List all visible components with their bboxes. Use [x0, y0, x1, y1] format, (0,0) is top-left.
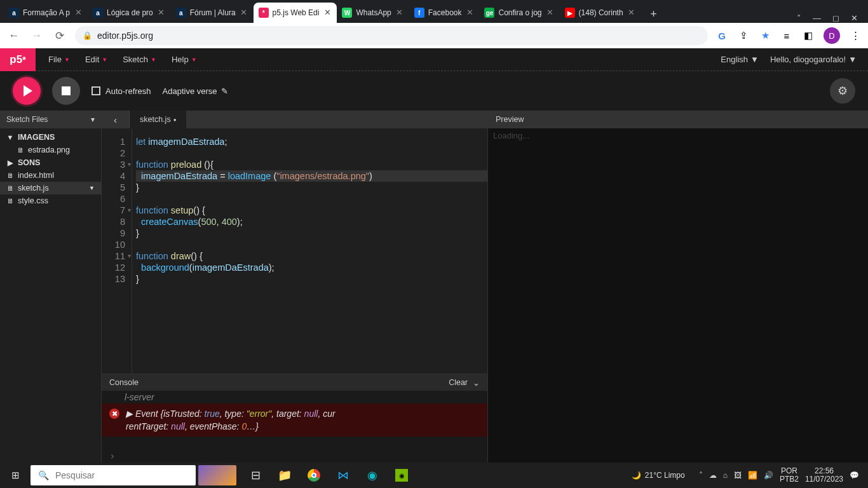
- search-icon: 🔍: [38, 470, 49, 480]
- menu-help[interactable]: Help ▼: [165, 51, 203, 68]
- battery-icon[interactable]: 🖾: [734, 471, 742, 480]
- bookmark-icon[interactable]: ★: [759, 29, 771, 42]
- checkbox-icon: [92, 86, 100, 95]
- p5-logo[interactable]: p5*: [0, 48, 36, 71]
- favicon: ge: [484, 8, 494, 18]
- file-tab-sketch[interactable]: sketch.js●: [130, 111, 186, 128]
- close-tab-icon[interactable]: ✕: [323, 8, 332, 17]
- browser-tab[interactable]: aFórum | Alura✕: [171, 3, 254, 23]
- file-item[interactable]: 🗎sketch.js▼: [0, 182, 101, 194]
- console-input[interactable]: ›: [102, 449, 487, 463]
- browser-tab[interactable]: geConfira o jog✕: [479, 3, 559, 23]
- close-tab-icon[interactable]: ✕: [395, 8, 404, 17]
- nvidia-icon[interactable]: ◉: [388, 463, 416, 488]
- notification-icon[interactable]: 💬: [850, 471, 859, 480]
- start-button[interactable]: ⊞: [0, 463, 31, 488]
- chrome-icon[interactable]: [300, 463, 328, 488]
- back-button[interactable]: ←: [6, 28, 22, 43]
- p5-header: p5* File ▼Edit ▼Sketch ▼Help ▼ English▼ …: [0, 48, 868, 71]
- favicon: a: [93, 8, 103, 18]
- code-body[interactable]: let imagemDaEstrada;function preload (){…: [132, 128, 487, 374]
- language-indicator[interactable]: PORPTB2: [780, 467, 799, 484]
- stop-button[interactable]: [52, 77, 80, 105]
- onedrive-icon[interactable]: ☁: [709, 471, 717, 480]
- maximize-icon[interactable]: ◻: [832, 13, 839, 23]
- window-controls: ˅—◻✕: [797, 13, 868, 23]
- auto-refresh-checkbox[interactable]: Auto-refresh: [92, 86, 151, 96]
- menu-file[interactable]: File ▼: [42, 51, 76, 68]
- kebab-menu-icon[interactable]: ⋮: [849, 29, 862, 42]
- clear-console-button[interactable]: Clear: [449, 378, 468, 387]
- console-collapse-icon[interactable]: ⌄: [473, 378, 480, 388]
- profile-avatar[interactable]: D: [824, 27, 840, 44]
- menu-bar: File ▼Edit ▼Sketch ▼Help ▼: [42, 51, 203, 68]
- share-icon[interactable]: ⇪: [737, 29, 750, 42]
- address-bar: ← → ⟳ 🔒 editor.p5js.org G ⇪ ★ ≡ ◧ D ⋮: [0, 23, 868, 48]
- browser-tab[interactable]: ▶(148) Corinth✕: [560, 3, 641, 23]
- tab-label: Lógica de pro: [107, 8, 153, 17]
- browser-tab[interactable]: WWhatsApp✕: [337, 3, 409, 23]
- edge-icon[interactable]: ◉: [358, 463, 386, 488]
- cloud-icon[interactable]: ⌂: [723, 471, 728, 480]
- folder-item[interactable]: ▶SONS: [0, 156, 101, 169]
- folder-item[interactable]: ▼IMAGENS: [0, 131, 101, 144]
- toolbar: Auto-refresh Adaptive verse ✎ ⚙: [0, 71, 868, 111]
- line-gutter: 12345678910111213: [102, 128, 132, 374]
- header-right: English▼ Hello, diogogarofalo!▼: [721, 55, 868, 64]
- settings-button[interactable]: ⚙: [830, 78, 855, 104]
- console-error-row: ✖ ▶ Event {isTrusted: true, type: "error…: [102, 403, 487, 437]
- favicon: a: [176, 8, 186, 18]
- sidebar-menu-icon[interactable]: ▾: [91, 115, 95, 124]
- tray-chevron-icon[interactable]: ˄: [699, 471, 703, 480]
- sidepanel-icon[interactable]: ◧: [802, 29, 815, 42]
- google-icon[interactable]: G: [715, 29, 728, 42]
- new-tab-button[interactable]: +: [645, 5, 663, 23]
- menu-sketch[interactable]: Sketch ▼: [116, 51, 163, 68]
- file-item[interactable]: 🗎style.css: [0, 194, 101, 207]
- reload-button[interactable]: ⟳: [52, 28, 67, 43]
- close-tab-icon[interactable]: ✕: [546, 8, 555, 17]
- file-item[interactable]: 🗎estrada.png: [0, 144, 101, 156]
- file-sidebar: Sketch Files ▾ ▼IMAGENS🗎estrada.png▶SONS…: [0, 111, 102, 463]
- explorer-icon[interactable]: 📁: [271, 463, 299, 488]
- browser-tab[interactable]: aLógica de pro✕: [88, 3, 171, 23]
- wifi-icon[interactable]: 📶: [748, 471, 757, 480]
- console-body[interactable]: l-server ✖ ▶ Event {isTrusted: true, typ…: [102, 391, 487, 449]
- news-widget[interactable]: [198, 465, 236, 485]
- sketch-name[interactable]: Adaptive verse ✎: [163, 86, 228, 96]
- minimize-icon[interactable]: —: [813, 13, 821, 23]
- forward-button[interactable]: →: [29, 28, 44, 43]
- tab-label: Formação A p: [23, 8, 70, 17]
- user-menu[interactable]: Hello, diogogarofalo!▼: [770, 55, 857, 64]
- browser-tab[interactable]: aFormação A p✕: [4, 3, 88, 23]
- close-tab-icon[interactable]: ✕: [240, 8, 248, 17]
- close-tab-icon[interactable]: ✕: [627, 8, 636, 17]
- tab-label: p5.js Web Edi: [273, 8, 320, 17]
- close-tab-icon[interactable]: ✕: [74, 8, 83, 17]
- file-item[interactable]: 🗎index.html: [0, 169, 101, 182]
- close-icon[interactable]: ✕: [851, 13, 858, 23]
- taskbar-search[interactable]: 🔍 Pesquisar: [31, 465, 196, 485]
- browser-chrome: aFormação A p✕aLógica de pro✕aFórum | Al…: [0, 0, 868, 48]
- close-tab-icon[interactable]: ✕: [157, 8, 166, 17]
- language-menu[interactable]: English▼: [721, 55, 759, 64]
- browser-tab[interactable]: fFacebook✕: [409, 3, 480, 23]
- vscode-icon[interactable]: ⋈: [329, 463, 357, 488]
- tab-strip: aFormação A p✕aLógica de pro✕aFórum | Al…: [0, 0, 868, 23]
- file-menu-icon[interactable]: ▼: [89, 185, 95, 191]
- play-button[interactable]: [13, 77, 41, 105]
- collapse-sidebar-button[interactable]: ‹: [102, 111, 130, 128]
- caret-down-icon[interactable]: ˅: [797, 13, 801, 23]
- favicon: ▶: [565, 8, 575, 18]
- weather-widget[interactable]: 🌙 21°C Limpo: [632, 471, 685, 480]
- close-tab-icon[interactable]: ✕: [465, 8, 474, 17]
- speaker-icon[interactable]: 🔊: [764, 471, 773, 480]
- reading-list-icon[interactable]: ≡: [780, 29, 793, 42]
- omnibox[interactable]: 🔒 editor.p5js.org: [75, 26, 708, 45]
- browser-tab[interactable]: *p5.js Web Edi✕: [254, 3, 337, 23]
- file-tree: ▼IMAGENS🗎estrada.png▶SONS🗎index.html🗎ske…: [0, 128, 101, 463]
- menu-edit[interactable]: Edit ▼: [79, 51, 114, 68]
- clock[interactable]: 22:5611/07/2023: [805, 467, 843, 484]
- code-editor[interactable]: 12345678910111213 let imagemDaEstrada;fu…: [102, 128, 487, 374]
- task-view-icon[interactable]: ⊟: [241, 463, 269, 488]
